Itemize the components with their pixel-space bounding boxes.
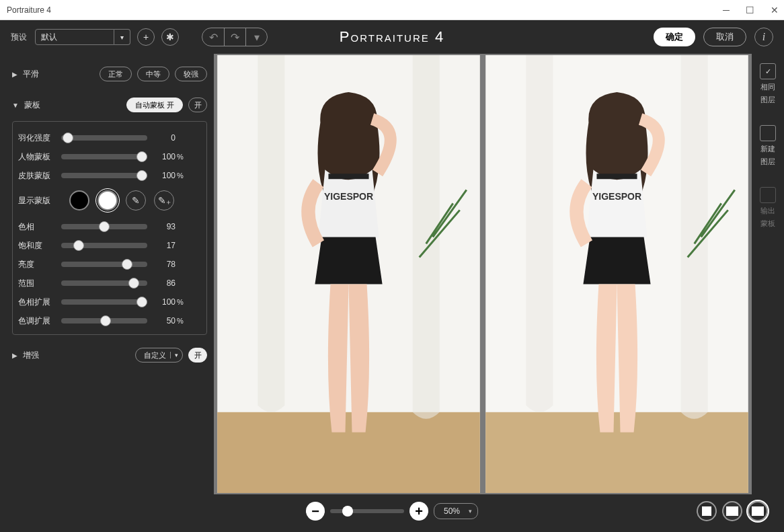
hue-row: 色相 93	[18, 217, 201, 236]
lit-slider[interactable]	[61, 262, 147, 267]
add-preset-button[interactable]: +	[137, 28, 155, 46]
person-mask-slider[interactable]	[61, 154, 147, 159]
hueext-label: 色相扩展	[18, 297, 61, 308]
hueext-row: 色相扩展 100 %	[18, 293, 201, 311]
chevron-down-icon: ▾	[170, 352, 178, 358]
toneext-label: 色调扩展	[18, 315, 61, 327]
zoom-out-button[interactable]: −	[306, 502, 325, 521]
feather-label: 羽化强度	[18, 132, 61, 144]
chevron-down-icon: ▾	[114, 29, 130, 45]
skin-mask-value: 100	[155, 171, 175, 180]
ok-button[interactable]: 确定	[654, 28, 695, 46]
mask-panel: 羽化强度 0 人物蒙板 100 % 皮肤蒙版 100 %	[12, 121, 207, 335]
hue-label: 色相	[18, 221, 61, 233]
photo-before: YIGESPOR	[215, 55, 482, 493]
view-split-vertical[interactable]	[748, 501, 768, 521]
eyedropper-plus-icon[interactable]: ✎₊	[154, 190, 174, 211]
hueext-value: 100	[155, 297, 175, 307]
feather-value: 0	[155, 133, 175, 143]
smoothing-normal[interactable]: 正常	[100, 67, 132, 81]
feather-row: 羽化强度 0	[18, 128, 201, 147]
svg-rect-5	[485, 412, 748, 493]
mask-header[interactable]: ▼ 蒙板 自动蒙板 开 开	[12, 91, 207, 118]
window-title: Portraiture 4	[7, 5, 51, 15]
window-controls: ─ ☐ ✕	[723, 5, 779, 15]
preview-before[interactable]: YIGESPOR	[215, 55, 482, 493]
range-row: 范围 86	[18, 274, 201, 293]
close-button[interactable]: ✕	[771, 5, 779, 15]
cancel-button[interactable]: 取消	[703, 28, 746, 46]
hue-slider[interactable]	[61, 224, 147, 229]
preview-after[interactable]: YIGESPOR	[483, 55, 750, 493]
preset-value: 默认	[35, 29, 114, 45]
hueext-slider[interactable]	[61, 299, 147, 305]
person-mask-value: 100	[155, 152, 175, 161]
toneext-value: 50	[155, 316, 175, 326]
undo-redo-group: ↶ ↷ ▾	[202, 28, 268, 46]
zoom-controls: − + 50%▾	[306, 502, 478, 521]
new-layer-option[interactable]: 新建 图层	[760, 125, 776, 167]
output-mask-option[interactable]: 输出 蒙板	[760, 187, 776, 229]
photo-after: YIGESPOR	[483, 55, 750, 493]
mask-title: 蒙板	[24, 100, 40, 111]
svg-text:YIGESPOR: YIGESPOR	[592, 191, 641, 202]
feather-slider[interactable]	[61, 135, 147, 141]
range-value: 86	[155, 278, 175, 288]
person-mask-row: 人物蒙板 100 %	[18, 147, 201, 166]
preview-area: YIGESPOR	[214, 54, 752, 494]
skin-mask-row: 皮肤蒙版 100 %	[18, 166, 201, 185]
view-single[interactable]	[697, 501, 717, 521]
toneext-slider[interactable]	[61, 318, 147, 324]
skin-mask-slider[interactable]	[61, 173, 147, 178]
range-label: 范围	[18, 278, 61, 289]
smoothing-medium[interactable]: 中等	[137, 67, 169, 81]
undo-button[interactable]: ↶	[202, 28, 224, 46]
lit-row: 亮度 78	[18, 255, 201, 274]
lit-value: 78	[155, 260, 175, 269]
preset-settings-button[interactable]: ✱	[161, 28, 179, 46]
zoom-slider[interactable]	[330, 509, 404, 513]
right-rail: ✓ 相同 图层 新建 图层 输出 蒙板	[752, 54, 784, 494]
svg-rect-1	[217, 412, 480, 493]
collapse-icon: ▶	[12, 71, 17, 78]
same-layer-option[interactable]: ✓ 相同 图层	[760, 63, 776, 105]
mask-black-swatch[interactable]	[69, 190, 89, 211]
collapse-icon: ▶	[12, 352, 17, 359]
show-mask-label: 显示蒙版	[18, 195, 61, 206]
svg-text:YIGESPOR: YIGESPOR	[324, 191, 373, 202]
enhance-on-toggle[interactable]: 开	[188, 348, 207, 363]
sat-slider[interactable]	[61, 243, 147, 248]
lit-label: 亮度	[18, 259, 61, 270]
sat-value: 17	[155, 241, 175, 250]
expand-icon: ▼	[12, 102, 19, 109]
check-icon: ✓	[760, 63, 776, 79]
view-split-horizontal[interactable]	[722, 501, 742, 521]
minimize-button[interactable]: ─	[723, 5, 730, 15]
smoothing-header[interactable]: ▶ 平滑 正常 中等 较强	[12, 61, 207, 87]
zoom-in-button[interactable]: +	[409, 502, 428, 521]
maximize-button[interactable]: ☐	[746, 5, 754, 15]
toneext-row: 色调扩展 50 %	[18, 311, 201, 330]
skin-mask-label: 皮肤蒙版	[18, 170, 61, 182]
mask-white-swatch[interactable]	[97, 190, 118, 211]
sat-row: 饱和度 17	[18, 236, 201, 255]
redo-button[interactable]: ↷	[224, 28, 245, 46]
history-dropdown[interactable]: ▾	[245, 28, 267, 46]
zoom-value-dropdown[interactable]: 50%▾	[434, 503, 478, 519]
sat-label: 饱和度	[18, 240, 61, 252]
preset-label: 预设	[11, 32, 27, 43]
info-button[interactable]: i	[754, 28, 773, 46]
smoothing-strong[interactable]: 较强	[175, 67, 207, 81]
show-mask-row: 显示蒙版 ✎ ✎₊	[18, 185, 201, 217]
auto-mask-toggle[interactable]: 自动蒙板 开	[126, 98, 183, 112]
eyedropper-minus-icon[interactable]: ✎	[126, 190, 146, 211]
enhance-title: 增强	[23, 350, 39, 361]
enhance-custom[interactable]: 自定义 ▾	[135, 348, 183, 363]
mask-on-toggle[interactable]: 开	[188, 98, 207, 112]
preset-dropdown[interactable]: 默认 ▾	[35, 29, 130, 45]
person-mask-label: 人物蒙板	[18, 151, 61, 163]
chevron-down-icon: ▾	[469, 508, 472, 515]
brand-title: Portraiture 4	[340, 28, 444, 46]
enhance-header[interactable]: ▶ 增强 自定义 ▾ 开	[12, 342, 207, 369]
range-slider[interactable]	[61, 280, 147, 286]
